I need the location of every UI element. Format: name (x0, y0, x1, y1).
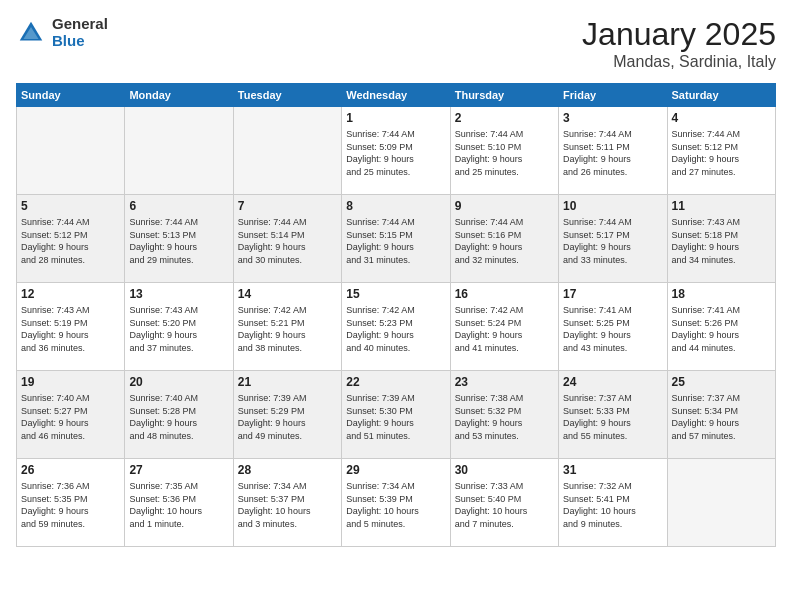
weekday-header-wednesday: Wednesday (342, 84, 450, 107)
calendar-cell-empty (667, 459, 775, 547)
day-info: Sunrise: 7:40 AM Sunset: 5:28 PM Dayligh… (129, 392, 228, 442)
day-info: Sunrise: 7:44 AM Sunset: 5:13 PM Dayligh… (129, 216, 228, 266)
day-number: 20 (129, 375, 228, 389)
day-number: 1 (346, 111, 445, 125)
calendar-cell: 20Sunrise: 7:40 AM Sunset: 5:28 PM Dayli… (125, 371, 233, 459)
calendar-cell: 2Sunrise: 7:44 AM Sunset: 5:10 PM Daylig… (450, 107, 558, 195)
day-info: Sunrise: 7:36 AM Sunset: 5:35 PM Dayligh… (21, 480, 120, 530)
day-number: 16 (455, 287, 554, 301)
weekday-header-thursday: Thursday (450, 84, 558, 107)
calendar-cell: 19Sunrise: 7:40 AM Sunset: 5:27 PM Dayli… (17, 371, 125, 459)
day-info: Sunrise: 7:42 AM Sunset: 5:23 PM Dayligh… (346, 304, 445, 354)
day-number: 15 (346, 287, 445, 301)
calendar-cell-empty (17, 107, 125, 195)
logo-blue-text: Blue (52, 33, 108, 50)
calendar-cell: 10Sunrise: 7:44 AM Sunset: 5:17 PM Dayli… (559, 195, 667, 283)
day-info: Sunrise: 7:42 AM Sunset: 5:21 PM Dayligh… (238, 304, 337, 354)
calendar-cell: 14Sunrise: 7:42 AM Sunset: 5:21 PM Dayli… (233, 283, 341, 371)
day-info: Sunrise: 7:39 AM Sunset: 5:30 PM Dayligh… (346, 392, 445, 442)
calendar-cell: 21Sunrise: 7:39 AM Sunset: 5:29 PM Dayli… (233, 371, 341, 459)
calendar-cell: 7Sunrise: 7:44 AM Sunset: 5:14 PM Daylig… (233, 195, 341, 283)
calendar-cell-empty (233, 107, 341, 195)
calendar-cell: 11Sunrise: 7:43 AM Sunset: 5:18 PM Dayli… (667, 195, 775, 283)
day-number: 9 (455, 199, 554, 213)
calendar-cell: 31Sunrise: 7:32 AM Sunset: 5:41 PM Dayli… (559, 459, 667, 547)
day-info: Sunrise: 7:34 AM Sunset: 5:37 PM Dayligh… (238, 480, 337, 530)
day-number: 22 (346, 375, 445, 389)
day-number: 21 (238, 375, 337, 389)
calendar-cell: 13Sunrise: 7:43 AM Sunset: 5:20 PM Dayli… (125, 283, 233, 371)
day-number: 4 (672, 111, 771, 125)
weekday-header-saturday: Saturday (667, 84, 775, 107)
day-number: 10 (563, 199, 662, 213)
day-info: Sunrise: 7:38 AM Sunset: 5:32 PM Dayligh… (455, 392, 554, 442)
day-number: 12 (21, 287, 120, 301)
day-info: Sunrise: 7:44 AM Sunset: 5:12 PM Dayligh… (672, 128, 771, 178)
logo-general-text: General (52, 16, 108, 33)
weekday-header-tuesday: Tuesday (233, 84, 341, 107)
day-info: Sunrise: 7:44 AM Sunset: 5:12 PM Dayligh… (21, 216, 120, 266)
calendar-cell: 27Sunrise: 7:35 AM Sunset: 5:36 PM Dayli… (125, 459, 233, 547)
calendar-cell: 17Sunrise: 7:41 AM Sunset: 5:25 PM Dayli… (559, 283, 667, 371)
calendar-cell: 8Sunrise: 7:44 AM Sunset: 5:15 PM Daylig… (342, 195, 450, 283)
day-number: 17 (563, 287, 662, 301)
calendar-cell: 1Sunrise: 7:44 AM Sunset: 5:09 PM Daylig… (342, 107, 450, 195)
logo-icon (16, 18, 46, 48)
calendar-cell: 18Sunrise: 7:41 AM Sunset: 5:26 PM Dayli… (667, 283, 775, 371)
calendar-cell: 23Sunrise: 7:38 AM Sunset: 5:32 PM Dayli… (450, 371, 558, 459)
calendar-cell: 3Sunrise: 7:44 AM Sunset: 5:11 PM Daylig… (559, 107, 667, 195)
day-number: 28 (238, 463, 337, 477)
location-title: Mandas, Sardinia, Italy (582, 53, 776, 71)
day-number: 30 (455, 463, 554, 477)
day-number: 5 (21, 199, 120, 213)
day-number: 14 (238, 287, 337, 301)
calendar-cell-empty (125, 107, 233, 195)
day-info: Sunrise: 7:41 AM Sunset: 5:26 PM Dayligh… (672, 304, 771, 354)
day-info: Sunrise: 7:32 AM Sunset: 5:41 PM Dayligh… (563, 480, 662, 530)
day-info: Sunrise: 7:34 AM Sunset: 5:39 PM Dayligh… (346, 480, 445, 530)
day-number: 2 (455, 111, 554, 125)
calendar-cell: 12Sunrise: 7:43 AM Sunset: 5:19 PM Dayli… (17, 283, 125, 371)
day-info: Sunrise: 7:44 AM Sunset: 5:16 PM Dayligh… (455, 216, 554, 266)
calendar-cell: 22Sunrise: 7:39 AM Sunset: 5:30 PM Dayli… (342, 371, 450, 459)
day-number: 23 (455, 375, 554, 389)
day-number: 8 (346, 199, 445, 213)
calendar-cell: 6Sunrise: 7:44 AM Sunset: 5:13 PM Daylig… (125, 195, 233, 283)
day-info: Sunrise: 7:43 AM Sunset: 5:19 PM Dayligh… (21, 304, 120, 354)
day-number: 29 (346, 463, 445, 477)
day-info: Sunrise: 7:33 AM Sunset: 5:40 PM Dayligh… (455, 480, 554, 530)
day-info: Sunrise: 7:37 AM Sunset: 5:34 PM Dayligh… (672, 392, 771, 442)
day-info: Sunrise: 7:44 AM Sunset: 5:10 PM Dayligh… (455, 128, 554, 178)
day-info: Sunrise: 7:44 AM Sunset: 5:14 PM Dayligh… (238, 216, 337, 266)
day-number: 19 (21, 375, 120, 389)
day-number: 26 (21, 463, 120, 477)
logo-text: General Blue (52, 16, 108, 49)
calendar-cell: 28Sunrise: 7:34 AM Sunset: 5:37 PM Dayli… (233, 459, 341, 547)
day-info: Sunrise: 7:35 AM Sunset: 5:36 PM Dayligh… (129, 480, 228, 530)
day-number: 18 (672, 287, 771, 301)
day-number: 25 (672, 375, 771, 389)
day-info: Sunrise: 7:42 AM Sunset: 5:24 PM Dayligh… (455, 304, 554, 354)
calendar-week-row: 1Sunrise: 7:44 AM Sunset: 5:09 PM Daylig… (17, 107, 776, 195)
day-number: 6 (129, 199, 228, 213)
calendar-cell: 29Sunrise: 7:34 AM Sunset: 5:39 PM Dayli… (342, 459, 450, 547)
calendar-cell: 25Sunrise: 7:37 AM Sunset: 5:34 PM Dayli… (667, 371, 775, 459)
day-info: Sunrise: 7:44 AM Sunset: 5:09 PM Dayligh… (346, 128, 445, 178)
page-header: General Blue January 2025 Mandas, Sardin… (16, 16, 776, 71)
logo: General Blue (16, 16, 108, 49)
day-number: 13 (129, 287, 228, 301)
calendar-cell: 26Sunrise: 7:36 AM Sunset: 5:35 PM Dayli… (17, 459, 125, 547)
day-number: 11 (672, 199, 771, 213)
calendar-table: SundayMondayTuesdayWednesdayThursdayFrid… (16, 83, 776, 547)
day-info: Sunrise: 7:37 AM Sunset: 5:33 PM Dayligh… (563, 392, 662, 442)
day-number: 7 (238, 199, 337, 213)
weekday-header-friday: Friday (559, 84, 667, 107)
day-info: Sunrise: 7:44 AM Sunset: 5:17 PM Dayligh… (563, 216, 662, 266)
calendar-cell: 9Sunrise: 7:44 AM Sunset: 5:16 PM Daylig… (450, 195, 558, 283)
calendar-cell: 30Sunrise: 7:33 AM Sunset: 5:40 PM Dayli… (450, 459, 558, 547)
day-number: 27 (129, 463, 228, 477)
title-area: January 2025 Mandas, Sardinia, Italy (582, 16, 776, 71)
day-number: 3 (563, 111, 662, 125)
calendar-week-row: 12Sunrise: 7:43 AM Sunset: 5:19 PM Dayli… (17, 283, 776, 371)
calendar-cell: 4Sunrise: 7:44 AM Sunset: 5:12 PM Daylig… (667, 107, 775, 195)
